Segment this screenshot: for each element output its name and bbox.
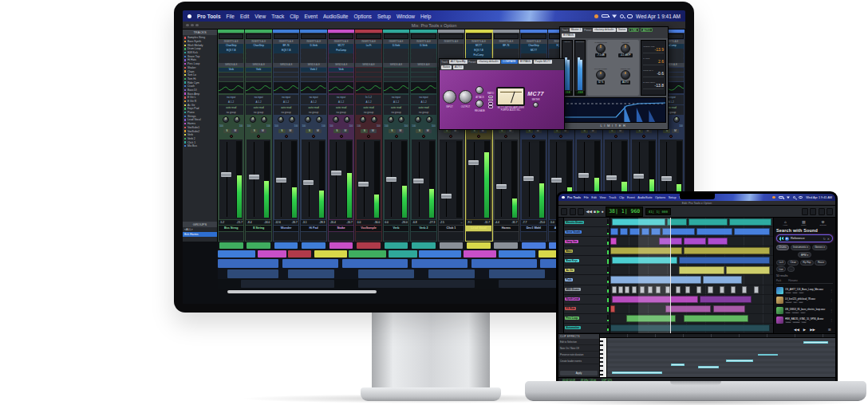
insert-slot[interactable] xyxy=(219,58,243,63)
insert-slot[interactable]: EQ3 7-B xyxy=(219,49,243,53)
clip-block[interactable] xyxy=(349,250,386,258)
battery-icon[interactable] xyxy=(602,14,609,18)
send-slot[interactable] xyxy=(356,68,381,73)
solo-button[interactable]: S xyxy=(223,129,231,134)
insert-slot[interactable]: BF-76 xyxy=(274,44,298,49)
insert-slot[interactable] xyxy=(384,58,408,63)
volume-fader[interactable] xyxy=(412,140,425,219)
track-nameplate[interactable]: Click 1 xyxy=(439,226,464,231)
pan-knob-left[interactable] xyxy=(250,116,256,123)
volume-fader[interactable] xyxy=(274,140,288,219)
result-tag[interactable]: loop xyxy=(800,312,806,313)
panel-transport-button[interactable]: ▶▶ xyxy=(810,328,815,332)
send-slot[interactable] xyxy=(411,73,436,77)
tracks-panel-header[interactable]: TRACKS xyxy=(183,29,217,35)
pack-artwork[interactable] xyxy=(776,297,783,304)
output-selector[interactable]: A 1-2 xyxy=(356,100,381,104)
panel-transport-button[interactable]: ▶ xyxy=(803,328,806,332)
column-filename[interactable]: Filename xyxy=(788,279,798,282)
insert-slot[interactable]: ChanStrip xyxy=(219,44,243,49)
record-enable[interactable] xyxy=(575,134,602,139)
send-slot[interactable] xyxy=(301,77,326,82)
send-slot[interactable] xyxy=(356,73,381,77)
limiter-plugin-window[interactable]: Track Master 1 Preset <factory default> … xyxy=(559,26,669,130)
track-name[interactable]: MIDI Drums xyxy=(565,288,581,291)
insert-slot[interactable] xyxy=(274,53,298,58)
record-enable[interactable] xyxy=(328,134,354,139)
insert-slot[interactable]: MC77 xyxy=(466,44,491,49)
clip-block[interactable] xyxy=(314,250,347,258)
insert-slot[interactable] xyxy=(301,58,326,63)
input-selector[interactable]: no input xyxy=(329,95,353,100)
output-selector[interactable]: A 1-2 xyxy=(329,100,353,104)
track-nameplate[interactable]: Hi Pad xyxy=(301,226,326,231)
pan-knob-left[interactable] xyxy=(305,116,311,123)
audio-clip[interactable] xyxy=(620,228,628,235)
result-filename[interactable]: UN_DW03_85_bass_electric_loop.wav xyxy=(785,308,828,311)
track-name[interactable]: Gang Vox xyxy=(565,240,578,243)
audio-clip[interactable] xyxy=(612,286,617,293)
audio-clip[interactable] xyxy=(700,296,752,303)
record-enable[interactable] xyxy=(245,134,271,139)
transport-button[interactable]: ◀◀ xyxy=(586,208,593,215)
track-header[interactable]: Automation xyxy=(564,324,610,333)
insert-slot[interactable]: D-Verb xyxy=(411,44,436,49)
pan-knob-right[interactable] xyxy=(426,116,432,123)
insert-selector[interactable]: Purple MC77 xyxy=(534,60,552,64)
groups-panel-header[interactable]: GROUPS xyxy=(183,222,217,227)
result-tag[interactable]: guitar xyxy=(785,321,791,323)
send-slot[interactable] xyxy=(246,73,270,77)
volume-fader[interactable] xyxy=(247,140,260,219)
audio-clip[interactable] xyxy=(684,315,749,322)
menu-item[interactable]: View xyxy=(254,14,266,19)
input-selector[interactable]: no input xyxy=(411,95,436,100)
insert-slot[interactable]: Lo-Fi xyxy=(356,44,381,49)
result-filename[interactable]: LV_live125_philcloud_78.wav xyxy=(785,297,828,301)
refresh-icon[interactable]: ↻ xyxy=(823,237,826,241)
clip-block[interactable] xyxy=(358,280,475,288)
mute-button[interactable]: M xyxy=(672,129,679,134)
volume-fader[interactable] xyxy=(329,140,343,219)
send-slot[interactable] xyxy=(384,73,408,77)
menu-item[interactable]: View xyxy=(599,196,606,199)
timeline-track-lane[interactable] xyxy=(610,256,773,265)
instrument-slot[interactable] xyxy=(521,33,546,39)
track-nameplate[interactable]: Stoke xyxy=(329,226,353,231)
group-item[interactable]: Bck Harms xyxy=(183,232,217,237)
track-header[interactable]: Verse Vocals xyxy=(564,227,610,237)
send-slot[interactable]: Verb xyxy=(219,68,243,73)
solo-button[interactable]: S xyxy=(278,129,286,134)
comments-box[interactable] xyxy=(329,232,353,241)
track-name[interactable]: Perc Loop xyxy=(565,317,579,320)
instrument-slot[interactable] xyxy=(301,33,326,39)
insert-slot[interactable] xyxy=(246,49,270,53)
audio-clip[interactable] xyxy=(618,286,623,293)
menu-item[interactable]: Options xyxy=(353,14,371,19)
audio-clip[interactable] xyxy=(665,305,711,313)
menu-item[interactable]: Edit xyxy=(591,196,597,199)
result-tag[interactable]: live xyxy=(793,301,798,303)
timeline-track-lane[interactable] xyxy=(610,305,773,314)
battery-icon[interactable] xyxy=(779,196,783,199)
instrument-slot[interactable] xyxy=(411,33,436,39)
audio-clip[interactable] xyxy=(726,266,770,273)
record-enable[interactable] xyxy=(658,134,685,139)
send-slot[interactable]: Verb 2 xyxy=(301,68,326,73)
record-indicator-icon[interactable] xyxy=(772,196,775,199)
automation-mode[interactable]: auto read xyxy=(356,105,381,110)
pan-knob-left[interactable] xyxy=(415,116,421,123)
timeline-track-lane[interactable] xyxy=(610,285,773,295)
result-row[interactable]: OS_AH77_124_Bass_Loop_Mm.wav synthbasslo… xyxy=(776,285,833,296)
result-menu-icon[interactable]: ⋮ xyxy=(830,298,833,302)
wifi-icon[interactable] xyxy=(787,196,790,199)
volume-fader[interactable] xyxy=(467,140,480,219)
mute-button[interactable]: M xyxy=(341,129,349,134)
insert-slot[interactable] xyxy=(411,49,436,53)
slip-mode-button[interactable] xyxy=(570,208,576,215)
pack-artwork[interactable] xyxy=(776,287,783,294)
auto-button[interactable]: AUTO xyxy=(641,28,653,32)
track-header[interactable]: Synth Lead xyxy=(564,295,610,305)
track-header[interactable]: Bass xyxy=(564,246,610,256)
mixer-strip[interactable]: INSERTS A-ED-VerbSENDS A-E no input A 1-… xyxy=(410,29,437,242)
pan-knob-right[interactable] xyxy=(261,116,267,123)
